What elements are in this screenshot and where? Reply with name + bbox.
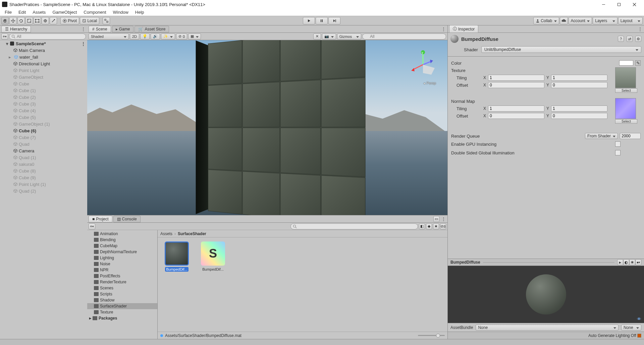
hierarchy-item[interactable]: Point Light (1) (0, 181, 87, 188)
transform-tool-button[interactable] (42, 17, 49, 24)
scene-grid-toggle[interactable]: ▦ (188, 33, 201, 40)
breadcrumb-assets[interactable]: Assets (160, 231, 172, 236)
hierarchy-item[interactable]: Cube (6) (0, 127, 87, 134)
hierarchy-item[interactable]: sakura0 (0, 161, 87, 167)
menu-help[interactable]: Help (132, 9, 148, 16)
color-swatch[interactable] (619, 60, 633, 66)
folder-row[interactable]: Noise (87, 261, 157, 267)
settings-button[interactable]: ⚙ (635, 36, 641, 42)
folder-row[interactable]: NPR (87, 267, 157, 273)
menu-gameobject[interactable]: GameObject (49, 9, 80, 16)
scale-tool-button[interactable] (25, 17, 33, 24)
move-tool-button[interactable] (9, 17, 17, 24)
render-queue-value-input[interactable] (620, 133, 641, 139)
folder-row[interactable]: Blending (87, 237, 157, 243)
folder-row[interactable]: Animation (87, 231, 157, 237)
rotate-tool-button[interactable] (17, 17, 25, 24)
hierarchy-item[interactable]: Cube (1) (0, 87, 87, 94)
custom-tool-button[interactable] (50, 17, 57, 24)
rect-tool-button[interactable] (34, 17, 41, 24)
layers-dropdown[interactable]: Layers (593, 17, 617, 24)
texture-slot[interactable] (615, 67, 636, 88)
preview-visibility-icon[interactable]: 👁 (637, 317, 641, 322)
step-button[interactable] (328, 17, 340, 24)
nrm-offset-y-input[interactable] (551, 113, 607, 119)
hierarchy-create-button[interactable]: +▾ (1, 33, 8, 40)
hierarchy-item[interactable]: Cube (5) (0, 114, 87, 121)
hand-tool-button[interactable] (1, 17, 9, 24)
projection-label[interactable]: ◂ Persp (423, 81, 436, 85)
project-favorite-button[interactable]: ★ (433, 223, 439, 229)
packages-root[interactable]: ▸ Packages (87, 315, 157, 321)
scene-light-toggle[interactable]: 💡 (140, 33, 150, 40)
hierarchy-item[interactable]: Camera (0, 147, 87, 154)
hierarchy-search-input[interactable] (9, 33, 86, 40)
project-folder-tree[interactable]: AnimationBlendingCubeMapDepthNormalTextu… (87, 230, 158, 339)
menu-window[interactable]: Window (110, 9, 132, 16)
project-hidden-button[interactable]: ⊘8 (440, 223, 446, 229)
normalmap-select-button[interactable]: Select (615, 119, 637, 124)
scene-tools-button[interactable]: ✕ (313, 33, 321, 40)
tex-tiling-y-input[interactable] (551, 75, 607, 81)
gizmos-dropdown[interactable]: Gizmos (337, 33, 361, 40)
hierarchy-item[interactable]: ▸water_fall (0, 54, 87, 60)
folder-row[interactable]: Texture (87, 309, 157, 315)
folder-row[interactable]: PostEffects (87, 273, 157, 279)
texture-select-button[interactable]: Select (615, 88, 637, 93)
shading-mode-dropdown[interactable]: Shaded (89, 33, 129, 40)
menu-edit[interactable]: Edit (15, 9, 29, 16)
tex-tiling-x-input[interactable] (488, 75, 544, 81)
scene-tab[interactable]: # Scene (89, 26, 111, 32)
project-filter-type-button[interactable]: ◧ (419, 223, 425, 229)
gpu-instancing-checkbox[interactable] (615, 141, 621, 147)
local-toggle-button[interactable]: Local (80, 17, 99, 24)
help-button[interactable]: ? (618, 36, 624, 42)
double-sided-gi-checkbox[interactable] (615, 150, 621, 155)
preset-button[interactable]: ⇄ (627, 36, 633, 42)
scene-camera-button[interactable]: 📷 (322, 33, 336, 40)
lighting-status-icon[interactable] (637, 334, 641, 338)
maximize-button[interactable] (611, 0, 627, 9)
assetstore-tab[interactable]: 🛒 Asset Store (135, 26, 169, 32)
folder-row[interactable]: RenderTexture (87, 279, 157, 285)
hierarchy-item[interactable]: Cube (3) (0, 100, 87, 107)
material-preview-viewport[interactable]: 👁 (448, 266, 644, 323)
scene-audio-toggle[interactable]: 🔊 (151, 33, 160, 40)
project-filter-label-button[interactable]: ◆ (426, 223, 432, 229)
project-create-button[interactable]: +▾ (89, 223, 95, 229)
hierarchy-item[interactable]: Cube (4) (0, 107, 87, 114)
folder-row[interactable]: DepthNormalTexture (87, 249, 157, 255)
asset-item-shader[interactable]: S BumpedDif... (198, 242, 228, 272)
color-picker-button[interactable]: ✎ (635, 60, 641, 66)
scene-search-input[interactable] (362, 33, 446, 40)
pivot-toggle-button[interactable]: Pivot (60, 17, 79, 24)
hierarchy-item[interactable]: Cube (8) (0, 167, 87, 174)
normalmap-slot[interactable] (615, 98, 636, 119)
folder-row[interactable]: CubeMap (87, 243, 157, 249)
nrm-tiling-y-input[interactable] (551, 106, 607, 112)
game-tab[interactable]: ▸ Game (112, 26, 134, 32)
hierarchy-item[interactable]: Quad (0, 141, 87, 147)
close-button[interactable] (627, 0, 642, 9)
tex-offset-y-input[interactable] (551, 82, 607, 88)
scene-root-row[interactable]: ▾ SampleScene* ⋮ (0, 40, 87, 47)
hierarchy-item[interactable]: Cube (2) (0, 94, 87, 100)
menu-file[interactable]: File (1, 9, 15, 16)
preview-light-button[interactable]: ☀ (629, 259, 635, 265)
inspector-tab[interactable]: ⓘ Inspector (449, 25, 478, 33)
nrm-tiling-x-input[interactable] (488, 106, 544, 112)
inspector-context-button[interactable]: ⋮ (637, 26, 643, 32)
scene-hidden-toggle[interactable]: ⊘0 (176, 33, 187, 40)
play-button[interactable] (303, 17, 315, 24)
hierarchy-tab[interactable]: ☰ Hierarchy (1, 26, 31, 32)
hierarchy-item[interactable]: Point Light (0, 67, 87, 74)
project-collapse-button[interactable]: ▭ (433, 216, 439, 222)
hierarchy-item[interactable]: Main Camera (0, 47, 87, 54)
project-search-input[interactable] (290, 223, 418, 229)
asset-item-material[interactable]: BumpedDif... (162, 242, 192, 272)
hierarchy-item[interactable]: Quad (1) (0, 154, 87, 161)
layout-dropdown[interactable]: Layout (618, 17, 643, 24)
menu-component[interactable]: Component (80, 9, 109, 16)
preview-reflection-button[interactable]: ●▾ (635, 259, 641, 265)
assetbundle-name-dropdown[interactable]: None (476, 325, 619, 331)
